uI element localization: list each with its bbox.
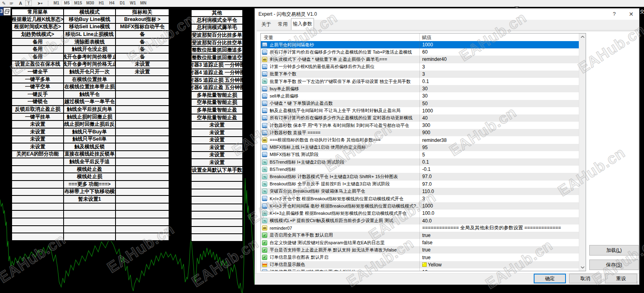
- param-value[interactable]: Yellow: [419, 261, 580, 268]
- menu-button[interactable]: 未设置: [12, 129, 63, 135]
- param-value[interactable]: 5: [419, 151, 580, 158]
- scroll-up-arrow[interactable]: [579, 33, 586, 40]
- param-row[interactable]: ½批量下单手数 按一下左边的"/"键双倍下单 必须手动设置 独立于全局手数0.1: [261, 78, 580, 85]
- save-button[interactable]: 保存(S): [589, 260, 639, 270]
- menu-button[interactable]: 一键反手: [12, 91, 63, 98]
- menu-button[interactable]: Breakout指标 >: [116, 16, 169, 23]
- menu-button[interactable]: 设置止盈位在保本线: [12, 61, 63, 68]
- other-button[interactable]: 未设置: [192, 144, 242, 151]
- menu-button[interactable]: 一键平多单: [12, 76, 63, 83]
- menu-button[interactable]: 关闭EA的部分功能: [12, 151, 63, 158]
- other-button[interactable]: 多单批量智能止损: [192, 92, 242, 99]
- panel-toggle-button[interactable]: [3, 7, 11, 16]
- other-button[interactable]: 斐波那契百分比挂多单: [192, 32, 242, 39]
- param-value[interactable]: 1000: [419, 41, 580, 48]
- param-value[interactable]: 10: [419, 268, 580, 271]
- menu-button[interactable]: 未设置: [116, 61, 169, 68]
- menu-button[interactable]: 在横线位置挂单: [64, 76, 115, 83]
- param-row[interactable]: 123小键盘 * 键 下单预设的止盈点数50: [261, 100, 580, 107]
- resize-grip[interactable]: ⣿: [636, 281, 638, 284]
- param-row[interactable]: ½突破百分比 Breakout指标 突破箱体马上止损平仓110.0: [261, 188, 580, 195]
- param-row[interactable]: 123K+I+3 开仓个数 根据Breakout指标矩形横线的位置启动横线模式开…: [261, 195, 580, 202]
- menu-button[interactable]: 触线只平Buy单: [64, 129, 115, 135]
- load-button[interactable]: 加载(L): [589, 245, 639, 256]
- menu-button[interactable]: 暂未设置1: [64, 196, 115, 203]
- params-scrollbar[interactable]: [579, 33, 586, 271]
- menu-button[interactable]: 反锁后取消止盈止损: [12, 106, 63, 113]
- menu-button[interactable]: 触线平仓: [64, 91, 115, 98]
- param-value[interactable]: 3: [419, 195, 580, 202]
- param-value[interactable]: 97.0: [419, 181, 580, 188]
- param-row[interactable]: ab===根据指标的数值 自动执行计划任务 其他临时参数===reminder3…: [261, 136, 580, 143]
- param-row[interactable]: ✓平台是否支持带上止盈止损开单 默认支持 如无法开单请改为falsetrue: [261, 246, 580, 254]
- param-row[interactable]: 123所有订单计算均价后在偏移多少作为止盈横线的位置 定时器自动更新横线40: [261, 114, 580, 122]
- other-button[interactable]: 空单批量智能止损: [192, 100, 242, 106]
- param-value[interactable]: false: [419, 239, 580, 246]
- tab-common[interactable]: 常用: [275, 19, 291, 30]
- param-row[interactable]: 123止损平仓时间间隔毫秒1000: [261, 41, 580, 48]
- menu-button[interactable]: 根据时间或K线形态>: [12, 24, 63, 31]
- help-button[interactable]: ?: [608, 8, 620, 20]
- other-button[interactable]: 计时器4 追踪止盈 一分钟图表: [192, 69, 242, 76]
- menu-button[interactable]: 未设置: [116, 69, 169, 75]
- menu-button[interactable]: 移动Sell Line横线: [64, 24, 115, 31]
- menu-button[interactable]: 备: [116, 31, 169, 38]
- menu-button[interactable]: 横线处止盈: [64, 166, 115, 173]
- param-value[interactable]: -0.1: [419, 166, 580, 173]
- param-row[interactable]: 123buy单止损偏移30: [261, 85, 580, 92]
- menu-button[interactable]: 一键平空单: [12, 83, 63, 90]
- param-row[interactable]: ✓订单信息显示在图表 默认开启true: [261, 254, 580, 261]
- param-value[interactable]: 100.0: [419, 210, 580, 217]
- menu-button[interactable]: 一键全平: [12, 69, 63, 75]
- menu-button[interactable]: 划趋势线模式>: [12, 31, 63, 38]
- param-row[interactable]: ✓自定义快捷键 测试按键对应的sparam值结果在EA的日志里false: [261, 239, 580, 246]
- param-row[interactable]: ½BSTrend指标 I+主键盘2启动 测试阶段0.1: [261, 158, 580, 166]
- menu-button[interactable]: 触线全平后挂反向单: [64, 106, 115, 113]
- param-row[interactable]: 123所有订单计算均价后在偏移多少作为止盈横线的位置 Tab+P激活止盈横线60: [261, 48, 580, 56]
- other-button[interactable]: 总利润模式薅羊毛: [192, 25, 242, 31]
- menu-button[interactable]: 在横线位置挂单带止损: [64, 83, 115, 90]
- menu-button[interactable]: 触线开仓参考时间价格带止损: [64, 54, 115, 60]
- param-value[interactable]: true: [419, 246, 580, 254]
- param-value[interactable]: ============= 全局及其他未归类的参数设置 ============…: [419, 224, 580, 232]
- menu-button[interactable]: 触线止损时回撤止损后反手: [64, 121, 115, 128]
- param-value[interactable]: 110.0: [419, 188, 580, 195]
- param-row[interactable]: 123计数器秒数 保本平 用*号下的单 有时间限制 到时间不论盈亏都自动平仓30…: [261, 122, 580, 129]
- param-value[interactable]: 30: [419, 92, 580, 100]
- menu-button[interactable]: 备: [116, 54, 169, 60]
- param-value[interactable]: 30: [419, 85, 580, 92]
- other-button[interactable]: 设置全局默认下单手数: [192, 167, 242, 174]
- param-value[interactable]: 50: [419, 100, 580, 107]
- menu-button[interactable]: MBFX指标自动平仓: [116, 24, 169, 31]
- menu-button[interactable]: 备: [116, 46, 169, 53]
- menu-button[interactable]: 触及横线反锁: [64, 143, 115, 150]
- menu-button[interactable]: 触线开仓只开一次: [64, 69, 115, 75]
- param-row[interactable]: ✓是否启用全局下单手数 默认启用true: [261, 232, 580, 239]
- param-value[interactable]: 1000: [419, 107, 580, 114]
- param-row[interactable]: 123触及止盈横线平仓间隔时间 不让马上全平 大行情时好触及止盈出局1000: [261, 107, 580, 114]
- param-value[interactable]: true: [419, 254, 580, 261]
- other-button[interactable]: 整数位批量抓回撤追多: [192, 47, 242, 54]
- menu-button[interactable]: 清除图表横线: [64, 39, 115, 46]
- param-value[interactable]: 60: [419, 48, 580, 56]
- menu-button[interactable]: 一键锁仓: [12, 99, 63, 106]
- param-row[interactable]: ½Breakout指标 计数器模式平仓 I+主键盘3启动 ShiftR+ 15分…: [261, 173, 580, 180]
- menu-button[interactable]: 触线只平Sell单: [64, 136, 115, 143]
- param-row[interactable]: 123批量下单个数3: [261, 71, 580, 78]
- other-button[interactable]: 未设置: [192, 122, 242, 129]
- reset-button[interactable]: 重设: [605, 274, 637, 283]
- param-value[interactable]: 97.0: [419, 173, 580, 180]
- menu-button[interactable]: 一键平挂单: [12, 114, 63, 121]
- param-row[interactable]: 123MBFX指标上线 I+主键盘1启动 使用的自定义指标95: [261, 144, 580, 151]
- scroll-down-arrow[interactable]: [579, 264, 586, 271]
- param-row[interactable]: 订单信息显示颜色Yellow: [261, 261, 580, 268]
- menu-button[interactable]: 备: [116, 39, 169, 46]
- param-value[interactable]: 1000: [419, 202, 580, 210]
- menu-button[interactable]: 移动Buy Line横线: [64, 16, 115, 23]
- param-row[interactable]: 123K+I+3 开仓时间间隔 毫秒 根据Breakout指标矩形横线的位置启动…: [261, 202, 580, 210]
- menu-button[interactable]: 根据最近几根K线形态>: [12, 16, 63, 23]
- param-row[interactable]: 123MBFX指标下线 测试阶段5: [261, 151, 580, 158]
- other-button[interactable]: 未设置: [192, 152, 242, 159]
- menu-button[interactable]: 备用: [12, 39, 63, 46]
- other-button[interactable]: 未设置: [192, 129, 242, 136]
